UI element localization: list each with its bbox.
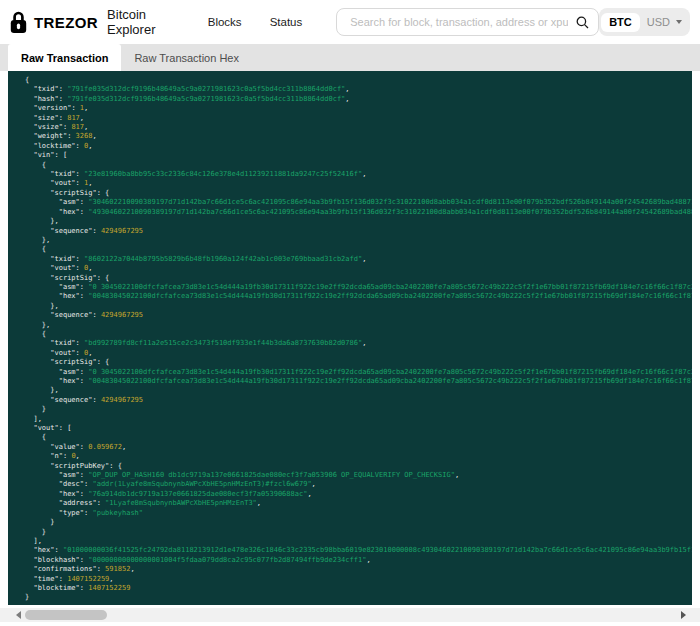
currency-toggle[interactable]: BTC USD (599, 8, 690, 36)
brand-text: TREZOR (34, 14, 98, 31)
scrollbar-thumb[interactable] (25, 610, 107, 620)
currency-usd-button[interactable]: USD (640, 13, 675, 32)
raw-transaction-panel: { "txid": "791fe035d312dcf9196b48649a5c9… (8, 71, 692, 605)
padlock-icon (10, 11, 27, 34)
chevron-down-icon (676, 20, 682, 24)
header: TREZOR Bitcoin Explorer Blocks Status BT… (0, 0, 700, 44)
search-icon[interactable] (576, 16, 589, 29)
horizontal-scrollbar[interactable] (0, 608, 700, 622)
search-input[interactable] (348, 15, 570, 29)
tab-raw-transaction-hex[interactable]: Raw Transaction Hex (121, 44, 252, 71)
tab-raw-transaction[interactable]: Raw Transaction (8, 44, 121, 71)
search-box (336, 8, 599, 36)
nav-blocks[interactable]: Blocks (208, 16, 242, 28)
scroll-right-arrow-icon[interactable] (681, 611, 686, 619)
currency-btc-button[interactable]: BTC (601, 13, 640, 32)
app-name: Bitcoin Explorer (107, 7, 166, 37)
nav-status[interactable]: Status (270, 16, 303, 28)
main-nav: Blocks Status (208, 16, 302, 28)
raw-transaction-json: { "txid": "791fe035d312dcf9196b48649a5c9… (8, 71, 692, 603)
trezor-logo[interactable]: TREZOR Bitcoin Explorer (10, 7, 166, 37)
scroll-left-arrow-icon[interactable] (16, 611, 21, 619)
tab-bar: Raw Transaction Raw Transaction Hex (0, 44, 700, 71)
